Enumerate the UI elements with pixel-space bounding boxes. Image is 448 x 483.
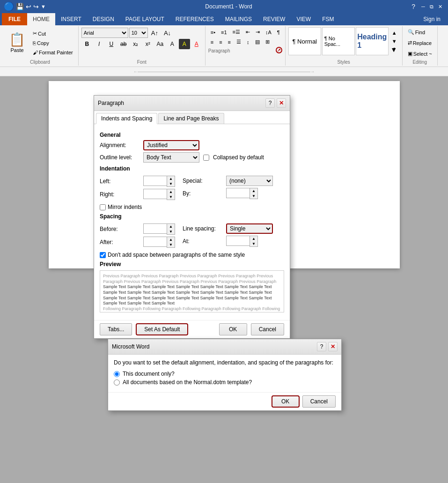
outline-level-select[interactable]: Body Text [143, 152, 199, 163]
spacing-before-down[interactable]: ▼ [167, 229, 175, 234]
style-heading1[interactable]: Heading 1 [356, 27, 389, 55]
option-all-docs-radio[interactable] [114, 379, 120, 386]
find-button[interactable]: 🔍 Find [405, 28, 427, 37]
quick-access-undo[interactable]: ↩ [26, 3, 31, 10]
indent-right-down[interactable]: ▼ [167, 194, 175, 200]
style-no-spacing[interactable]: ¶ No Spac... [322, 27, 355, 55]
spacing-after-up[interactable]: ▲ [167, 237, 175, 242]
paragraph-cancel-button[interactable]: Cancel [251, 323, 284, 335]
font-name-select[interactable]: Arial [81, 28, 128, 38]
tab-line-page-breaks[interactable]: Line and Page Breaks [158, 113, 224, 124]
justify-button[interactable]: ☰ [234, 37, 243, 46]
tab-page-layout[interactable]: PAGE LAYOUT [120, 13, 170, 25]
strikethrough-button[interactable]: ab [118, 39, 129, 49]
dialog-help-button[interactable]: ? [265, 98, 275, 108]
paragraph-dialog-title[interactable]: Paragraph ? ✕ [94, 96, 290, 111]
by-down[interactable]: ▼ [250, 193, 257, 199]
tab-review[interactable]: REVIEW [257, 13, 291, 25]
sort-button[interactable]: ↕A [263, 28, 274, 37]
confirm-dialog-close[interactable]: ✕ [328, 342, 338, 351]
confirm-cancel-button[interactable]: Cancel [302, 395, 336, 408]
special-select[interactable]: (none) First line Hanging [226, 176, 273, 186]
restore-button[interactable]: ⧉ [427, 2, 436, 11]
superscript-button[interactable]: x² [142, 39, 154, 49]
decrease-indent-button[interactable]: ⇤ [243, 28, 252, 37]
cut-button[interactable]: ✂ Cut [30, 29, 75, 38]
replace-button[interactable]: ⇄ Replace [405, 38, 434, 47]
spacing-before-up[interactable]: ▲ [167, 224, 175, 229]
italic-button[interactable]: I [94, 39, 105, 49]
same-style-checkbox[interactable] [100, 252, 106, 258]
shading-button[interactable]: ▤ [253, 37, 262, 46]
spacing-before-input[interactable]: 0 pt [143, 223, 167, 234]
dialog-close-button[interactable]: ✕ [277, 98, 286, 108]
indent-right-up[interactable]: ▲ [167, 189, 175, 194]
at-up[interactable]: ▲ [250, 236, 257, 241]
confirm-dialog-help[interactable]: ? [317, 342, 326, 351]
styles-more[interactable]: ▼̄ [389, 45, 399, 54]
bullets-button[interactable]: ≡• [208, 28, 218, 37]
tab-fsm[interactable]: FSM [316, 13, 339, 25]
paste-button[interactable]: 📋 Paste [5, 27, 29, 59]
indent-left-input[interactable]: 0" [143, 176, 167, 186]
quick-access-redo[interactable]: ↪ [33, 3, 39, 10]
tab-home[interactable]: HOME [27, 13, 55, 25]
style-normal[interactable]: ¶ Normal [288, 27, 321, 55]
align-right-button[interactable]: ≡ [226, 38, 233, 46]
show-formatting-button[interactable]: ¶ [275, 28, 282, 37]
decrease-font-button[interactable]: A↓ [162, 28, 173, 38]
sign-in-link[interactable]: Sign in [419, 15, 444, 23]
paragraph-ok-button[interactable]: OK [219, 323, 247, 335]
align-center-button[interactable]: ≡ [217, 38, 224, 46]
indent-left-down[interactable]: ▼ [167, 181, 175, 186]
borders-button[interactable]: ⊞ [263, 37, 272, 46]
quick-access-save[interactable]: 💾 [16, 3, 24, 10]
spacing-after-input[interactable]: 8 pt [143, 237, 167, 247]
text-effects-button[interactable]: A [167, 39, 178, 49]
alignment-select[interactable]: Justified Left Center Right [143, 140, 199, 150]
increase-font-button[interactable]: A↑ [149, 28, 161, 38]
tabs-button[interactable]: Tabs... [100, 323, 132, 335]
align-left-button[interactable]: ≡ [208, 38, 216, 46]
styles-scroll-down[interactable]: ▼ [389, 37, 399, 45]
tab-mailings[interactable]: MAILINGS [220, 13, 257, 25]
tab-file[interactable]: FILE [2, 13, 27, 25]
tab-references[interactable]: REFERENCES [170, 13, 220, 25]
spacing-after-down[interactable]: ▼ [167, 242, 175, 247]
close-button[interactable]: ✕ [436, 2, 444, 11]
format-painter-button[interactable]: 🖌 Format Painter [30, 48, 75, 57]
line-spacing-button[interactable]: ↕ [244, 38, 252, 46]
by-input[interactable] [226, 188, 250, 198]
help-icon[interactable]: ? [411, 3, 415, 10]
underline-button[interactable]: U [106, 39, 117, 49]
mirror-indents-checkbox[interactable] [100, 204, 106, 210]
font-size-select[interactable]: 10 [129, 28, 148, 38]
styles-scroll-up[interactable]: ▲ [389, 29, 399, 37]
tab-design[interactable]: DESIGN [87, 13, 120, 25]
set-as-default-button[interactable]: Set As Default [136, 323, 188, 335]
minimize-button[interactable]: ─ [419, 2, 427, 11]
copy-button[interactable]: ⎘ Copy [30, 39, 75, 47]
tab-insert[interactable]: INSERT [55, 13, 87, 25]
line-spacing-select[interactable]: Single 1.5 lines Double At least Exactly… [226, 223, 273, 234]
increase-indent-button[interactable]: ⇥ [253, 28, 262, 37]
confirm-ok-button[interactable]: OK [272, 395, 300, 408]
indent-right-input[interactable]: 0" [143, 189, 167, 199]
tab-view[interactable]: VIEW [291, 13, 316, 25]
clear-format-button[interactable]: Aa [154, 39, 166, 49]
numbering-button[interactable]: ≡1 [219, 28, 229, 37]
indent-left-up[interactable]: ▲ [167, 176, 175, 181]
at-down[interactable]: ▼ [250, 241, 257, 246]
by-up[interactable]: ▲ [250, 188, 257, 193]
at-input[interactable] [226, 236, 250, 246]
collapsed-checkbox[interactable] [203, 155, 209, 161]
subscript-button[interactable]: x₂ [130, 39, 141, 49]
bold-button[interactable]: B [81, 39, 93, 49]
highlight-button[interactable]: A [179, 39, 190, 49]
font-color-button[interactable]: A [191, 39, 202, 49]
multilevel-button[interactable]: ≡☰ [230, 28, 242, 37]
option-this-doc-radio[interactable] [114, 371, 120, 377]
select-button[interactable]: ▣ Select ~ [405, 49, 434, 58]
confirm-dialog-title[interactable]: Microsoft Word ? ✕ [108, 339, 341, 355]
paragraph-dialog-launcher[interactable]: ↗ [276, 47, 282, 53]
